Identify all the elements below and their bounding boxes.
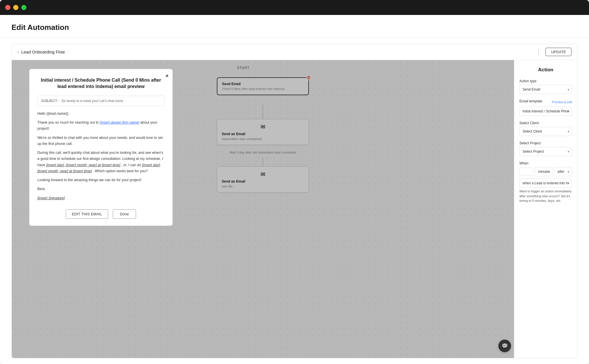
automation-actions: ⋮ UPDATE <box>535 48 571 56</box>
page-header: Edit Automation <box>0 15 589 38</box>
firm-link: [Insert design firm name] <box>100 120 139 124</box>
select-project-wrapper: Select Project ▾ <box>519 147 572 156</box>
preview-edit-link[interactable]: Preview & edit <box>552 100 572 104</box>
sign-2: [Insert Signature] <box>37 195 165 201</box>
email-template-wrapper: Initial interest / Schedule Phone Call i… <box>519 107 572 116</box>
maximize-window-button[interactable] <box>21 5 26 10</box>
select-project-field: Select Project Select Project ▾ <box>519 141 572 156</box>
select-client-wrapper: Select Client ▾ <box>519 127 572 136</box>
app-content: Edit Automation ‹ Lead Onboarding Flow ⋮… <box>0 15 589 364</box>
main-area: ‹ Lead Onboarding Flow ⋮ UPDATE START <box>0 38 589 364</box>
when-row: 0 minutes ▾ after <box>519 167 572 176</box>
when-minutes-input[interactable]: 0 <box>519 168 533 176</box>
action-type-label: Action type <box>519 79 572 83</box>
when-label: When <box>519 161 572 165</box>
traffic-lights <box>5 5 26 10</box>
body-line1-text: Thank you so much for reaching out to <box>37 120 99 124</box>
email-subject-row: SUBJECT : So lovely to e-meet you! Let's… <box>37 96 165 106</box>
body-line3-mid: , or, I can do <box>121 163 141 167</box>
modal-close-button[interactable]: × <box>165 73 169 79</box>
automation-header: ‹ Lead Onboarding Flow ⋮ UPDATE <box>12 44 577 60</box>
body-line2: We're so thrilled to chat with you more … <box>37 135 165 147</box>
close-window-button[interactable] <box>5 5 10 10</box>
greeting-line: Hello {{lead.name}}, <box>37 111 165 117</box>
when-after-select-wrapper: after ▾ <box>554 167 572 176</box>
select-client-field: Select Client Select Client ▾ <box>519 121 572 136</box>
email-template-select[interactable]: Initial interest / Schedule Phone Call i <box>519 107 572 116</box>
when-minutes-select[interactable]: minutes <box>535 167 553 176</box>
when-field: When 0 minutes ▾ <box>519 161 572 203</box>
select-project-select[interactable]: Select Project <box>519 147 572 156</box>
edit-email-button[interactable]: EDIT THIS EMAIL <box>66 209 108 219</box>
update-button[interactable]: UPDATE <box>546 48 571 56</box>
select-project-label: Select Project <box>519 141 572 145</box>
flow-canvas: START 🗑 Send Email (Send 0 Mins after le… <box>12 60 514 358</box>
action-type-field: Action type Send Email ▾ <box>519 79 572 94</box>
schedule-1: [Insert day], [insert month, year] at [i… <box>46 163 121 167</box>
email-preview-modal: × Initial interest / Schedule Phone Call… <box>29 69 173 226</box>
action-type-select[interactable]: Send Email <box>519 85 572 94</box>
body-line4: Looking forward to the amazing things we… <box>37 177 165 183</box>
when-trigger-select[interactable]: when a Lead is entered into indema <box>519 179 572 188</box>
body-line1: Thank you so much for reaching out to [I… <box>37 120 165 132</box>
right-panel: Action Action type Send Email ▾ <box>514 60 577 358</box>
automation-container: ‹ Lead Onboarding Flow ⋮ UPDATE START <box>12 44 577 358</box>
select-client-select[interactable]: Select Client <box>519 127 572 136</box>
when-minutes-select-wrapper: minutes ▾ <box>535 167 553 176</box>
select-client-label: Select Client <box>519 121 572 125</box>
automation-nav: ‹ Lead Onboarding Flow <box>18 49 65 54</box>
subject-value: So lovely to e-meet you! Let's chat more… <box>62 99 124 103</box>
email-template-field: Email template Preview & edit Initial in… <box>519 99 572 116</box>
page-title: Edit Automation <box>12 23 577 32</box>
email-body: Hello {{lead.name}}, Thank you so much f… <box>37 111 165 201</box>
modal-footer: EDIT THIS EMAIL Done <box>37 209 165 219</box>
titlebar <box>0 0 589 15</box>
sign-1: Best, <box>37 186 165 192</box>
window: Edit Automation ‹ Lead Onboarding Flow ⋮… <box>0 0 589 364</box>
minimize-window-button[interactable] <box>13 5 18 10</box>
automation-name: Lead Onboarding Flow <box>21 49 65 54</box>
modal-title: Initial interest / Schedule Phone Call (… <box>37 77 165 90</box>
more-options-button[interactable]: ⋮ <box>535 48 542 56</box>
when-hint: Want to trigger an action immediately af… <box>519 189 572 203</box>
body-line3: During this call, we'll quickly chat abo… <box>37 150 165 174</box>
panel-title: Action <box>519 67 572 73</box>
back-button[interactable]: ‹ <box>18 50 19 54</box>
when-trigger-wrapper: when a Lead is entered into indema ▾ <box>519 179 572 188</box>
spacer <box>519 208 572 217</box>
email-template-header-row: Email template Preview & edit <box>519 99 572 105</box>
body-line3-end: . Which option works best for you? <box>93 169 148 173</box>
modal-overlay: × Initial interest / Schedule Phone Call… <box>12 60 514 358</box>
when-after-select[interactable]: after <box>554 167 572 176</box>
email-template-label: Email template <box>519 99 542 103</box>
subject-label: SUBJECT : <box>41 99 59 103</box>
action-type-wrapper: Send Email ▾ <box>519 85 572 94</box>
done-button[interactable]: Done <box>113 209 136 219</box>
